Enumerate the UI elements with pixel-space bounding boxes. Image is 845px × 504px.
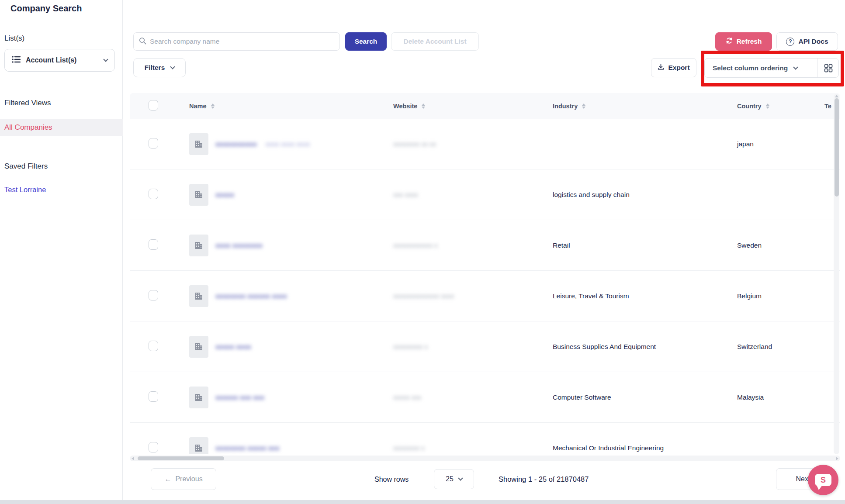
chevron-down-icon	[170, 64, 175, 69]
column-header-industry[interactable]: Industry	[553, 103, 578, 110]
row-checkbox[interactable]	[149, 138, 158, 148]
download-icon	[658, 64, 664, 72]
table-row: xxxxxxxxxxx xxxx xxxx xxxx xxxxxxxx xx x…	[130, 119, 840, 169]
select-all-checkbox[interactable]	[149, 100, 158, 110]
table-row: xxxx xxxxxxxx xxxxxxxxxxxx x Retail Swed…	[130, 220, 840, 271]
scroll-up-arrow[interactable]	[835, 95, 838, 97]
show-rows-label: Show rows	[374, 476, 409, 483]
scroll-right-arrow[interactable]	[836, 457, 838, 460]
row-checkbox[interactable]	[149, 391, 158, 402]
previous-page-button[interactable]: ← Previous	[151, 468, 216, 490]
industry-cell: Retail	[553, 242, 737, 249]
results-summary: Showing 1 - 25 of 21870487	[499, 475, 589, 483]
website-redacted: xxxxxxxx xx xx	[393, 140, 436, 148]
sort-icon[interactable]	[211, 104, 215, 109]
table-row: xxxxx xxxx xxxxxxxxx x Business Supplies…	[130, 321, 840, 372]
saved-filters-label: Saved Filters	[4, 162, 48, 171]
industry-cell: logistics and supply chain	[553, 191, 737, 199]
sidebar: Company Search List(s) Account List(s) F…	[0, 0, 123, 500]
search-icon	[139, 37, 146, 46]
export-button[interactable]: Export	[651, 58, 696, 77]
company-name-redacted[interactable]: xxxxx	[215, 191, 234, 199]
row-checkbox[interactable]	[149, 290, 158, 300]
sidebar-item-test-lorraine[interactable]: Test Lorraine	[4, 186, 46, 194]
website-redacted: xxxxxxxxxxxx x	[393, 242, 438, 249]
vertical-scrollbar-thumb[interactable]	[835, 98, 839, 197]
column-header-website[interactable]: Website	[393, 103, 417, 110]
previous-label: Previous	[175, 475, 202, 483]
companies-table: Name Website Industry Country Te xxxxxxx…	[130, 93, 840, 454]
website-redacted: xxx xxxx	[393, 191, 418, 198]
account-lists-dropdown[interactable]: Account List(s)	[4, 49, 115, 72]
company-building-icon	[189, 387, 208, 408]
horizontal-scrollbar-thumb[interactable]	[138, 456, 224, 460]
select-column-ordering-dropdown[interactable]: Select column ordering	[704, 58, 839, 78]
website-redacted: xxxxxxxxx x	[393, 343, 428, 350]
column-header-truncated[interactable]: Te	[824, 103, 831, 110]
company-name-redacted[interactable]: xxxxxxxx xxxxxx xxxx	[215, 292, 287, 300]
refresh-button[interactable]: Refresh	[715, 32, 772, 51]
table-row: xxxxxx xxx xxx xxxxx xxx Computer Softwa…	[130, 372, 840, 423]
company-building-icon	[189, 184, 208, 206]
sidebar-item-all-companies[interactable]: All Companies	[0, 119, 123, 136]
company-building-icon	[189, 285, 208, 307]
industry-cell: Mechanical Or Industrial Engineering	[553, 444, 737, 452]
chevron-down-icon	[103, 57, 108, 62]
website-redacted: xxxxxxxx x	[393, 444, 425, 452]
header-divider	[0, 23, 845, 23]
company-name-redacted[interactable]: xxxxxx xxx xxx	[215, 394, 264, 401]
question-mark-icon: ?	[786, 38, 794, 46]
chat-widget-button[interactable]: S	[808, 465, 838, 495]
website-redacted: xxxxxxxxxxxxxx xxxx	[393, 292, 454, 300]
industry-cell: Leisure, Travel & Tourism	[553, 292, 737, 300]
chevron-down-icon	[793, 65, 798, 69]
api-docs-label: API Docs	[798, 38, 828, 45]
column-ordering-label: Select column ordering	[713, 64, 788, 72]
sort-icon[interactable]	[422, 104, 425, 109]
website-redacted: xxxxx xxx	[393, 394, 421, 401]
row-checkbox[interactable]	[149, 341, 158, 351]
company-name-redacted[interactable]: xxxxxxxxxxx	[215, 140, 257, 148]
api-docs-button[interactable]: ? API Docs	[776, 32, 838, 51]
company-building-icon	[189, 437, 208, 455]
search-input[interactable]	[150, 38, 334, 45]
row-checkbox[interactable]	[149, 189, 158, 199]
delete-account-list-button[interactable]: Delete Account List	[391, 32, 479, 51]
rows-per-page-value: 25	[446, 475, 454, 483]
column-header-country[interactable]: Country	[737, 103, 762, 110]
rows-per-page-select[interactable]: 25	[434, 469, 474, 489]
table-header-row: Name Website Industry Country Te	[130, 93, 840, 119]
column-header-name[interactable]: Name	[189, 103, 207, 110]
filters-label: Filters	[145, 64, 165, 72]
search-button[interactable]: Search	[345, 32, 387, 51]
vertical-scrollbar[interactable]	[834, 94, 839, 454]
company-name-redacted[interactable]: xxxxx xxxx	[215, 343, 251, 351]
sort-icon[interactable]	[766, 104, 769, 109]
refresh-label: Refresh	[737, 38, 762, 45]
country-cell: Malaysia	[737, 394, 824, 401]
country-cell: japan	[737, 140, 824, 148]
row-checkbox[interactable]	[149, 442, 158, 452]
company-name-redacted[interactable]: xxxxxxxx xxxxx xxx	[215, 444, 280, 452]
account-lists-label: Account List(s)	[26, 56, 104, 64]
country-cell: Switzerland	[737, 343, 824, 351]
industry-cell: Business Supplies And Equipment	[553, 343, 737, 351]
sort-icon[interactable]	[582, 104, 585, 109]
column-layout-button[interactable]	[817, 59, 838, 77]
company-name-redacted-2: xxxx xxxx xxxx	[266, 140, 310, 148]
table-row: xxxxxxxx xxxxxx xxxx xxxxxxxxxxxxxx xxxx…	[130, 271, 840, 321]
horizontal-scrollbar[interactable]	[130, 456, 840, 461]
left-arrow-icon: ←	[164, 475, 171, 483]
refresh-icon	[726, 37, 733, 46]
company-name-redacted[interactable]: xxxx xxxxxxxx	[215, 242, 263, 249]
table-row: xxxxx xxx xxxx logistics and supply chai…	[130, 169, 840, 220]
company-search-field[interactable]	[133, 32, 340, 51]
row-checkbox[interactable]	[149, 239, 158, 250]
company-building-icon	[189, 336, 208, 358]
page-title: Company Search	[10, 3, 82, 14]
table-row: xxxxxxxx xxxxx xxx xxxxxxxx x Mechanical…	[130, 423, 840, 454]
country-cell: Sweden	[737, 242, 824, 249]
chevron-down-icon	[458, 476, 463, 480]
scroll-left-arrow[interactable]	[132, 457, 134, 460]
filters-button[interactable]: Filters	[133, 58, 186, 77]
